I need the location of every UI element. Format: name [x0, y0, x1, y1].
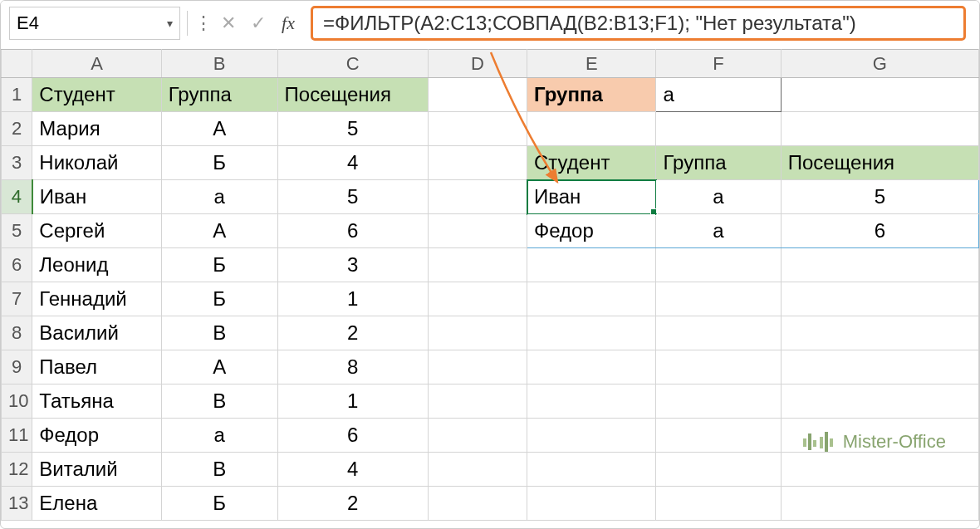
cell-C5[interactable]: 6	[277, 214, 428, 248]
cell-F6[interactable]	[656, 248, 781, 282]
cell-F8[interactable]	[656, 316, 781, 350]
cell-F13[interactable]	[656, 487, 781, 521]
cell-G1[interactable]	[781, 78, 978, 112]
cell-G6[interactable]	[781, 248, 978, 282]
cell-G9[interactable]	[781, 350, 978, 385]
cell-G5[interactable]: 6	[781, 214, 978, 248]
cell-E1[interactable]: Группа	[527, 78, 656, 112]
col-header-C[interactable]: C	[277, 50, 428, 78]
cell-D5[interactable]	[428, 214, 527, 248]
enter-icon[interactable]: ✓	[247, 12, 269, 34]
cell-C8[interactable]: 2	[277, 316, 428, 350]
cell-G13[interactable]	[781, 487, 978, 521]
cell-A7[interactable]: Геннадий	[32, 282, 161, 316]
cell-E10[interactable]	[527, 385, 656, 419]
cell-D11[interactable]	[428, 419, 527, 453]
cell-E11[interactable]	[527, 419, 656, 453]
cell-A5[interactable]: Сергей	[32, 214, 161, 248]
row-header-3[interactable]: 3	[2, 146, 32, 180]
formula-input[interactable]: =ФИЛЬТР(A2:C13;СОВПАД(B2:B13;F1); "Нет р…	[311, 6, 966, 41]
cell-F1[interactable]: а	[656, 78, 781, 112]
chevron-down-icon[interactable]: ▾	[167, 17, 173, 30]
row-header-2[interactable]: 2	[2, 112, 32, 146]
cell-E7[interactable]	[527, 282, 656, 316]
col-header-G[interactable]: G	[781, 50, 978, 78]
cell-A9[interactable]: Павел	[32, 350, 161, 385]
row-header-12[interactable]: 12	[2, 453, 32, 487]
cell-E8[interactable]	[527, 316, 656, 350]
cell-B13[interactable]: Б	[161, 487, 277, 521]
row-header-11[interactable]: 11	[2, 419, 32, 453]
cell-F3[interactable]: Группа	[656, 146, 781, 180]
cell-E2[interactable]	[527, 112, 656, 146]
select-all-corner[interactable]	[2, 50, 32, 78]
cell-G12[interactable]	[781, 453, 978, 487]
cell-A10[interactable]: Татьяна	[32, 385, 161, 419]
cell-E5[interactable]: Федор	[527, 214, 656, 248]
cell-C13[interactable]: 2	[277, 487, 428, 521]
cell-B11[interactable]: а	[161, 419, 277, 453]
cell-C2[interactable]: 5	[277, 112, 428, 146]
cell-A4[interactable]: Иван	[32, 180, 161, 214]
cell-F10[interactable]	[656, 385, 781, 419]
cell-C12[interactable]: 4	[277, 453, 428, 487]
cell-D7[interactable]	[428, 282, 527, 316]
cell-E12[interactable]	[527, 453, 656, 487]
cell-D6[interactable]	[428, 248, 527, 282]
cell-F12[interactable]	[656, 453, 781, 487]
cell-D10[interactable]	[428, 385, 527, 419]
cell-C11[interactable]: 6	[277, 419, 428, 453]
cell-A8[interactable]: Василий	[32, 316, 161, 350]
row-header-8[interactable]: 8	[2, 316, 32, 350]
cell-B3[interactable]: Б	[161, 146, 277, 180]
cell-B4[interactable]: а	[161, 180, 277, 214]
col-header-A[interactable]: A	[32, 50, 161, 78]
cell-F9[interactable]	[656, 350, 781, 385]
cell-C9[interactable]: 8	[277, 350, 428, 385]
cell-A6[interactable]: Леонид	[32, 248, 161, 282]
cell-A1[interactable]: Студент	[32, 78, 161, 112]
cell-D3[interactable]	[428, 146, 527, 180]
cell-D12[interactable]	[428, 453, 527, 487]
cell-C6[interactable]: 3	[277, 248, 428, 282]
row-header-4[interactable]: 4	[2, 180, 32, 214]
row-header-9[interactable]: 9	[2, 350, 32, 385]
cell-G4[interactable]: 5	[781, 180, 978, 214]
cell-G3[interactable]: Посещения	[781, 146, 978, 180]
cell-F4[interactable]: а	[656, 180, 781, 214]
cell-B7[interactable]: Б	[161, 282, 277, 316]
cell-A2[interactable]: Мария	[32, 112, 161, 146]
cell-A12[interactable]: Виталий	[32, 453, 161, 487]
cell-G2[interactable]	[781, 112, 978, 146]
cell-D1[interactable]	[428, 78, 527, 112]
cell-E6[interactable]	[527, 248, 656, 282]
row-header-10[interactable]: 10	[2, 385, 32, 419]
row-header-13[interactable]: 13	[2, 487, 32, 521]
cell-B6[interactable]: Б	[161, 248, 277, 282]
cell-F2[interactable]	[656, 112, 781, 146]
cell-F7[interactable]	[656, 282, 781, 316]
col-header-E[interactable]: E	[527, 50, 656, 78]
cell-D13[interactable]	[428, 487, 527, 521]
cell-G8[interactable]	[781, 316, 978, 350]
name-box[interactable]: E4 ▾	[9, 7, 180, 40]
cell-E4[interactable]: Иван	[527, 180, 656, 214]
cell-D4[interactable]	[428, 180, 527, 214]
row-header-6[interactable]: 6	[2, 248, 32, 282]
row-header-5[interactable]: 5	[2, 214, 32, 248]
col-header-D[interactable]: D	[428, 50, 527, 78]
cell-B8[interactable]: В	[161, 316, 277, 350]
cell-C7[interactable]: 1	[277, 282, 428, 316]
cell-A13[interactable]: Елена	[32, 487, 161, 521]
cell-C10[interactable]: 1	[277, 385, 428, 419]
cell-B10[interactable]: В	[161, 385, 277, 419]
col-header-F[interactable]: F	[656, 50, 781, 78]
cell-B9[interactable]: А	[161, 350, 277, 385]
cell-D9[interactable]	[428, 350, 527, 385]
cell-C1[interactable]: Посещения	[277, 78, 428, 112]
cell-B5[interactable]: А	[161, 214, 277, 248]
cell-F5[interactable]: а	[656, 214, 781, 248]
cell-D8[interactable]	[428, 316, 527, 350]
cell-B1[interactable]: Группа	[161, 78, 277, 112]
cell-D2[interactable]	[428, 112, 527, 146]
